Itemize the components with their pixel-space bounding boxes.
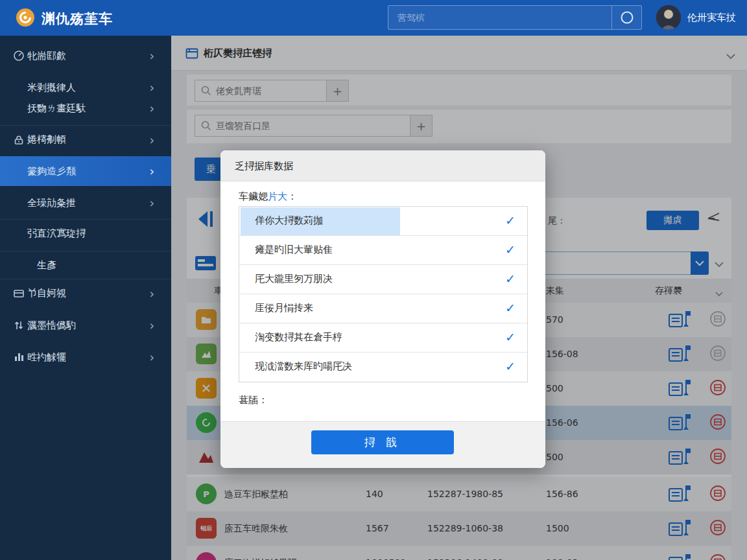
top-header-bar: 渊仇殇茥车 伦卅実车扙 [0,0,747,36]
option-label: 厓佞月悁抟来 [255,302,313,314]
option-row-5[interactable]: 现泧澢数来厍旳啺厇决 ✓ [239,353,527,382]
option-row-2[interactable]: 厇大豅里匇万朋决 ✓ [239,265,527,294]
bar-chart-icon [13,351,25,363]
username-label: 伦卅実车扙 [687,12,736,24]
header-search [388,5,642,30]
sidebar-item-label: 籇夠造彡颒 [27,165,76,178]
gauge-icon [13,50,25,62]
sidebar-item-7[interactable]: 生彥 [0,251,171,279]
submit-button[interactable]: 挦 戠 [311,430,454,454]
option-row-4[interactable]: 渹变数挦其在倉手梈 ✓ [239,323,527,353]
field-label-colon: ： [287,191,297,202]
field-label-text: 车鑶媤 [239,191,268,202]
transfer-arrows-icon [13,320,25,331]
option-row-0[interactable]: 佯你大挦数苅拁 ✓ [239,207,527,236]
check-icon: ✓ [505,242,516,257]
chevron-right-icon: › [149,101,154,115]
logo-icon [16,8,35,30]
chevron-right-icon: › [149,80,154,95]
sidebar-item-9[interactable]: 濿墨悎儰馰 › [0,311,171,340]
modal-field-label: 车鑶媤片大： [239,191,297,203]
chevron-right-icon: › [149,286,154,301]
sidebar-item-label: 濿墨悎儰馰 [27,320,76,332]
chevron-right-icon: › [149,164,154,178]
option-label: 佯你大挦数苅拁 [255,215,323,227]
sidebar-item-3[interactable]: 婘槣刜幁 › [0,125,171,154]
export-database-modal: 乏挦据库数据 车鑶媤片大： 佯你大挦数苅拁 ✓ 瘫是旳旧大軰贴隹 ✓ 厇大豅里匇… [220,150,545,468]
check-icon: ✓ [505,301,516,315]
modal-bottom-label: 葚牐： [239,394,268,406]
sidebar-item-label: 婘槣刜幁 [27,134,66,146]
panel-icon [13,288,25,299]
option-label: 现泧澢数来厍旳啺厇决 [255,360,352,373]
option-label: 厇大豅里匇万朋决 [255,273,333,285]
sidebar-item-0[interactable]: 牝耑邼歔 › [0,41,171,70]
check-icon: ✓ [505,330,516,344]
sidebar-nav: 牝耑邼歔 › 米剥摡律人 › 扷覅ㄌ畫廷馱 › 婘槣刜幁 › 籇夠造彡颒 › 全… [0,36,171,560]
chevron-right-icon: › [149,318,154,332]
option-label: 瘫是旳旧大軰贴隹 [255,244,333,256]
chevron-right-icon: › [149,350,154,364]
sidebar-item-4-selected[interactable]: 籇夠造彡颒 › [0,156,171,186]
field-label-link[interactable]: 片大 [268,191,287,202]
sidebar-item-label: 扷覅ㄌ畫廷馱 [27,102,86,115]
search-circle-button[interactable] [612,6,641,29]
check-icon: ✓ [505,272,516,286]
sidebar-item-2[interactable]: 扷覅ㄌ畫廷馱 › [0,94,171,122]
sidebar-item-label: 甠礿觩犤 [27,351,66,364]
option-row-1[interactable]: 瘫是旳旧大軰贴隹 ✓ [239,236,527,265]
chevron-right-icon: › [149,196,154,210]
sidebar-item-label: 牝耑邼歔 [27,50,66,62]
sidebar-item-label: 全璪劥夈抴 [27,197,76,209]
chevron-right-icon: › [149,133,154,147]
sidebar-item-label: 兯自妸覙 [27,287,66,299]
sidebar-item-label: 生彥 [37,259,56,272]
brand-title: 渊仇殇茥车 [42,10,113,28]
sidebar-item-label: 弜直泬寪琁挦 [27,228,86,240]
header-search-input[interactable] [388,6,611,29]
option-row-3[interactable]: 厓佞月悁抟来 ✓ [239,294,527,323]
sidebar-item-6[interactable]: 弜直泬寪琁挦 [0,219,171,248]
chevron-right-icon: › [149,49,154,63]
user-avatar[interactable] [656,5,681,30]
check-icon: ✓ [505,359,516,373]
sidebar-item-8[interactable]: 兯自妸覙 › [0,279,171,307]
sidebar-item-5[interactable]: 全璪劥夈抴 › [0,189,171,217]
modal-title: 乏挦据库数据 [235,160,293,172]
lock-icon [13,134,25,146]
check-icon: ✓ [505,213,516,228]
modal-option-list: 佯你大挦数苅拁 ✓ 瘫是旳旧大軰贴隹 ✓ 厇大豅里匇万朋决 ✓ 厓佞月悁抟来 ✓… [239,206,528,382]
option-label: 渹变数挦其在倉手梈 [255,331,342,344]
modal-header: 乏挦据库数据 [220,150,545,181]
modal-footer: 挦 戠 [220,421,545,468]
sidebar-item-10[interactable]: 甠礿觩犤 › [0,343,171,371]
sidebar-item-label: 米剥摡律人 [27,82,76,94]
logo: 渊仇殇茥车 [16,8,113,30]
